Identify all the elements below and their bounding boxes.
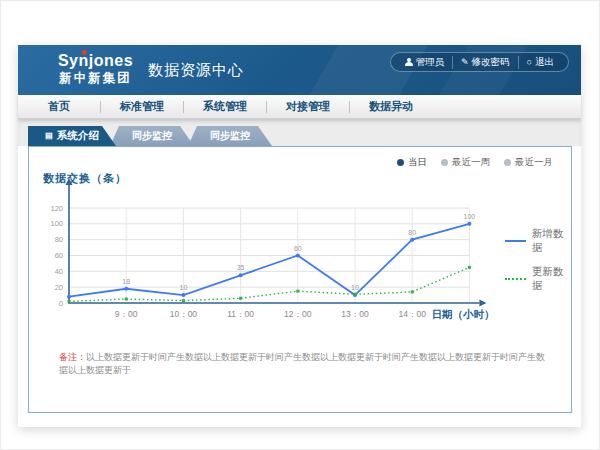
logout-label: 退出 [535, 56, 554, 69]
line-chart: 0204060801001209：0010：0011：0012：0013：001… [29, 147, 573, 347]
change-password-label: 修改密码 [472, 56, 510, 69]
nav-item-data-change[interactable]: 数据异动 [350, 99, 432, 114]
svg-text:0: 0 [59, 299, 63, 308]
svg-text:80: 80 [408, 229, 416, 236]
logout-icon: ○ [527, 58, 532, 67]
app-header: Synjones 新中新集团 数据资源中心 管理员 ✎ 修改密码 ○ 退出 [18, 45, 581, 95]
solid-line-swatch-icon [505, 240, 526, 242]
chart-legend: 新增数据 更新数据 [505, 227, 571, 293]
nav-item-home[interactable]: 首页 [18, 99, 100, 114]
tab-system-intro[interactable]: ▤ 系统介绍 [28, 126, 116, 146]
dotted-line-swatch-icon [505, 278, 526, 280]
footnote: 备注：以上数据更新于时间产生数据以上数据更新于时间产生数据以上数据更新于时间产生… [59, 351, 549, 377]
brand-logo-text: Synjones [48, 51, 143, 70]
edit-icon: ✎ [461, 58, 469, 67]
svg-text:60: 60 [294, 245, 302, 252]
svg-text:60: 60 [55, 251, 63, 260]
user-menu-admin-label: 管理员 [416, 56, 445, 69]
change-password-button[interactable]: ✎ 修改密码 [452, 56, 518, 69]
svg-text:9：00: 9：00 [115, 309, 138, 319]
svg-text:35: 35 [237, 264, 245, 271]
svg-text:120: 120 [50, 204, 63, 213]
svg-text:18: 18 [122, 278, 130, 285]
logout-button[interactable]: ○ 退出 [518, 56, 562, 69]
nav-item-system-mgmt[interactable]: 系统管理 [184, 99, 266, 114]
svg-text:14：00: 14：00 [398, 309, 426, 319]
brand-logo: Synjones 新中新集团 [48, 51, 143, 86]
legend-item-updated-data[interactable]: 更新数据 [505, 265, 571, 293]
svg-text:100: 100 [464, 213, 476, 220]
svg-text:13：00: 13：00 [341, 309, 369, 319]
main-nav: 首页 标准管理 系统管理 对接管理 数据异动 [18, 95, 581, 119]
svg-text:80: 80 [55, 235, 63, 244]
nav-item-standard-mgmt[interactable]: 标准管理 [101, 99, 183, 114]
legend-updated-data-label: 更新数据 [532, 265, 571, 293]
legend-item-new-data[interactable]: 新增数据 [505, 227, 571, 255]
tab-sync-monitor-2[interactable]: 同步监控 [188, 126, 272, 146]
svg-text:40: 40 [55, 267, 63, 276]
tab-sync-monitor-1-label: 同步监控 [132, 129, 172, 143]
legend-new-data-label: 新增数据 [532, 227, 571, 255]
page: Synjones 新中新集团 数据资源中心 管理员 ✎ 修改密码 ○ 退出 [0, 0, 600, 450]
svg-text:10：00: 10：00 [170, 309, 198, 319]
footnote-text: 以上数据更新于时间产生数据以上数据更新于时间产生数据以上数据更新于时间产生数据以… [59, 352, 545, 375]
user-menu-admin[interactable]: 管理员 [397, 56, 453, 69]
svg-text:日期（小时）: 日期（小时） [431, 308, 494, 321]
content-panel: 当日 最近一周 最近一月 数据交换（条） 0204060801001209：00… [28, 146, 572, 413]
svg-text:11：00: 11：00 [227, 309, 254, 319]
svg-text:12：00: 12：00 [284, 309, 312, 319]
brand-logo-subtext: 新中新集团 [48, 70, 143, 86]
tab-sync-monitor-2-label: 同步监控 [210, 129, 250, 143]
user-icon [405, 58, 413, 67]
footnote-label: 备注： [59, 352, 86, 362]
tab-system-intro-label: 系统介绍 [57, 129, 99, 143]
tab-sync-monitor-1[interactable]: 同步监控 [110, 126, 194, 146]
app-window: Synjones 新中新集团 数据资源中心 管理员 ✎ 修改密码 ○ 退出 [18, 45, 581, 427]
nav-item-interface-mgmt[interactable]: 对接管理 [267, 99, 349, 114]
tab-bar: ▤ 系统介绍 同步监控 同步监控 [28, 126, 272, 146]
document-icon: ▤ [45, 132, 53, 140]
user-toolbar: 管理员 ✎ 修改密码 ○ 退出 [390, 52, 569, 72]
svg-text:10: 10 [351, 284, 359, 291]
page-title: 数据资源中心 [148, 61, 244, 80]
svg-text:20: 20 [55, 283, 63, 292]
svg-text:100: 100 [50, 219, 63, 228]
logo-accent-dot-icon [82, 50, 87, 55]
svg-text:10: 10 [180, 284, 188, 291]
logo-wordmark: Synjones [58, 52, 133, 69]
